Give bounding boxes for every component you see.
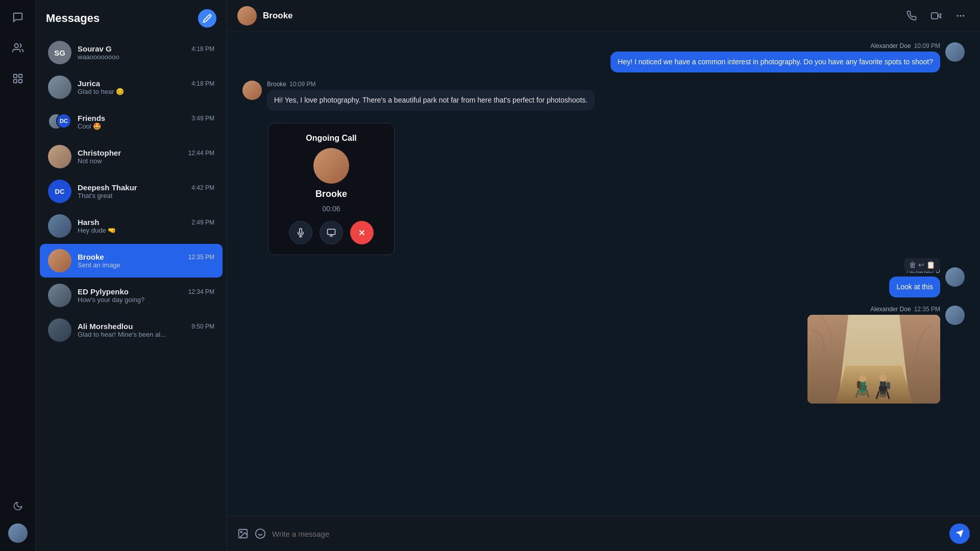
msg-image-4	[807, 315, 940, 404]
message-row-4: Alexander Doe 12:35 PM	[242, 306, 965, 404]
contact-item-friends[interactable]: DC Friends 3:49 PM Cool 🤩	[40, 105, 223, 139]
svg-point-7	[957, 15, 959, 16]
contact-time-jurica: 4:18 PM	[191, 80, 214, 87]
contact-time-christopher: 12:44 PM	[188, 149, 214, 157]
contact-preview-deepesh: That's great	[78, 192, 214, 199]
msg-avatar-me-1	[945, 42, 965, 62]
image-attach-button[interactable]	[237, 528, 249, 539]
contact-name-friends: Friends	[78, 114, 105, 122]
message-row-2: Brooke 10:09 PM Hi! Yes, I love photogra…	[242, 81, 965, 111]
avatar-christopher	[48, 145, 71, 168]
msg-time-1: 10:09 PM	[914, 42, 940, 49]
end-call-button[interactable]	[350, 221, 374, 244]
contact-name-ed: ED Pylypenko	[78, 287, 129, 296]
msg-meta-4: Alexander Doe 12:35 PM	[870, 306, 940, 313]
svg-rect-12	[328, 229, 335, 235]
contact-time-sourav: 4:18 PM	[191, 45, 214, 53]
send-button[interactable]	[949, 523, 970, 544]
svg-rect-31	[887, 382, 890, 389]
new-chat-button[interactable]	[198, 9, 216, 28]
contact-preview-sourav: waaoooooooo	[78, 53, 214, 61]
chat-main: Brooke	[227, 0, 980, 551]
svg-point-33	[240, 531, 242, 533]
user-avatar[interactable]	[8, 523, 28, 543]
svg-marker-5	[938, 14, 941, 18]
avatar-ed	[48, 284, 71, 307]
message-row-3: Alexander D 🗑 ↩ 📋 Look at this	[242, 267, 965, 297]
contact-item-ed[interactable]: ED Pylypenko 12:34 PM How's your day goi…	[40, 279, 223, 312]
msg-content-3: Alexander D 🗑 ↩ 📋 Look at this	[889, 267, 940, 297]
msg-sender-4: Alexander Doe	[870, 306, 911, 313]
link-icon[interactable]	[9, 69, 27, 88]
svg-point-34	[256, 529, 265, 538]
contact-preview-ed: How's your day going?	[78, 296, 214, 304]
contact-name-sourav: Sourav G	[78, 44, 112, 53]
contact-name-jurica: Jurica	[78, 79, 100, 88]
delete-icon[interactable]: 🗑	[909, 261, 916, 269]
avatar-brooke	[48, 249, 71, 272]
msg-wrapper-3: 🗑 ↩ 📋 Look at this	[889, 277, 940, 297]
svg-point-8	[960, 15, 961, 16]
sidebar-title: Messages	[46, 12, 100, 25]
chat-header-avatar	[237, 6, 257, 26]
contact-preview-harsh: Hey dude 🤜	[78, 227, 214, 234]
mute-button[interactable]	[289, 221, 312, 244]
msg-time-4: 12:35 PM	[914, 306, 940, 313]
contact-item-jurica[interactable]: Jurica 4:18 PM Glad to hear 😊	[40, 70, 223, 104]
more-options-button[interactable]	[951, 7, 970, 25]
msg-meta-2: Brooke 10:09 PM	[267, 81, 595, 88]
msg-avatar-me-2	[945, 267, 965, 287]
svg-point-9	[963, 15, 964, 16]
contact-time-brooke: 12:35 PM	[188, 254, 214, 261]
moon-icon[interactable]	[9, 497, 27, 515]
msg-time-2: 10:09 PM	[289, 81, 315, 88]
svg-point-0	[14, 44, 18, 47]
svg-rect-6	[932, 13, 938, 19]
avatar-harsh	[48, 214, 71, 238]
phone-call-button[interactable]	[902, 7, 921, 25]
contact-item-christopher[interactable]: Christopher 12:44 PM Not now	[40, 140, 223, 173]
reply-icon[interactable]: ↩	[918, 261, 924, 269]
call-actions	[289, 221, 374, 244]
contact-time-ed: 12:34 PM	[188, 288, 214, 295]
contact-item-sourav[interactable]: SG Sourav G 4:18 PM waaoooooooo	[40, 36, 223, 69]
contact-list: SG Sourav G 4:18 PM waaoooooooo Jurica 4…	[36, 35, 227, 551]
message-input[interactable]	[272, 530, 943, 538]
chat-header-name: Brooke	[263, 11, 896, 21]
svg-point-21	[859, 375, 866, 382]
chat-header: Brooke	[227, 0, 980, 32]
chat-icon[interactable]	[9, 8, 27, 27]
msg-avatar-me-3	[945, 306, 965, 325]
contact-time-harsh: 2:49 PM	[191, 219, 214, 226]
video-call-button[interactable]	[927, 7, 945, 25]
call-card-row: Ongoing Call Brooke 00:06	[242, 119, 965, 259]
svg-rect-3	[13, 80, 16, 83]
copy-icon[interactable]: 📋	[926, 261, 935, 269]
contact-preview-christopher: Not now	[78, 157, 214, 165]
messages-area: Alexander Doe 10:09 PM Hey! I noticed we…	[227, 32, 980, 516]
contact-item-ali[interactable]: Ali Morshedlou 9:50 PM Glad to hear! Min…	[40, 313, 223, 347]
msg-bubble-3: Look at this	[889, 277, 940, 297]
chat-header-actions	[902, 7, 970, 25]
svg-rect-1	[13, 74, 16, 78]
contact-item-deepesh[interactable]: DC Deepesh Thakur 4:42 PM That's great	[40, 174, 223, 208]
emoji-button[interactable]	[255, 528, 266, 539]
icon-bar	[0, 0, 36, 551]
sidebar-header: Messages	[36, 0, 227, 35]
contact-item-brooke[interactable]: Brooke 12:35 PM Sent an image	[40, 244, 223, 278]
sidebar: Messages SG Sourav G 4:18 PM waaoooooooo	[36, 0, 227, 551]
contacts-icon[interactable]	[9, 39, 27, 57]
contact-item-harsh[interactable]: Harsh 2:49 PM Hey dude 🤜	[40, 209, 223, 243]
msg-content-4: Alexander Doe 12:35 PM	[807, 306, 940, 404]
call-avatar	[313, 148, 349, 184]
call-contact-name: Brooke	[315, 189, 347, 199]
avatar-sourav: SG	[48, 41, 71, 64]
screen-share-button[interactable]	[320, 221, 343, 244]
avatar-deepesh: DC	[48, 180, 71, 203]
svg-rect-30	[857, 381, 861, 388]
contact-preview-friends: Cool 🤩	[78, 122, 214, 130]
ongoing-call-card: Ongoing Call Brooke 00:06	[268, 123, 395, 255]
msg-bubble-1: Hey! I noticed we have a common interest…	[610, 52, 940, 72]
avatar-ali	[48, 318, 71, 342]
contact-name-deepesh: Deepesh Thakur	[78, 183, 137, 192]
